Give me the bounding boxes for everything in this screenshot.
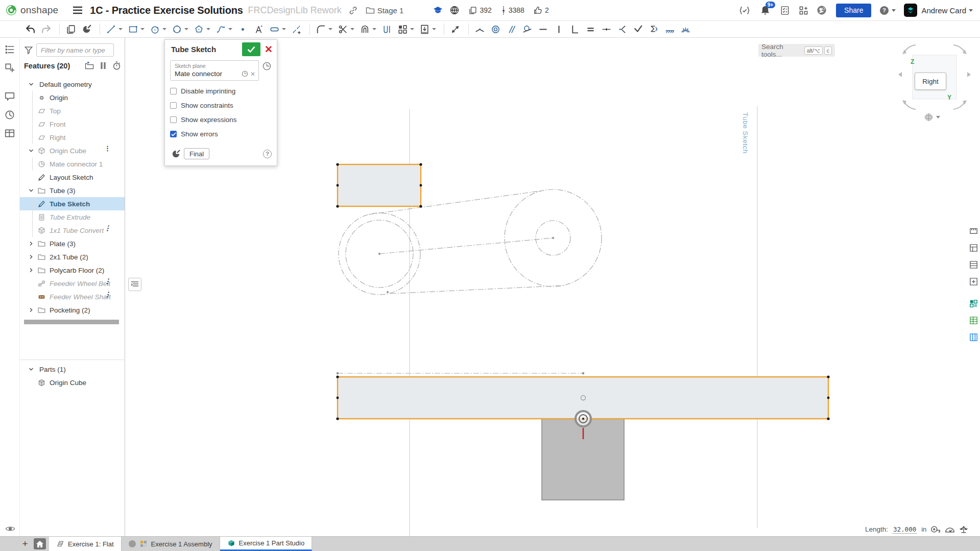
mate-connector-picker-icon[interactable] xyxy=(262,61,272,71)
curvature-tool[interactable] xyxy=(679,23,692,36)
tree-item-mate-connector-1[interactable]: Mate connector 1 xyxy=(20,157,125,171)
pierce-tool[interactable] xyxy=(647,23,661,36)
fix-tool[interactable] xyxy=(663,23,677,36)
clear-selection-icon[interactable]: ✕ xyxy=(250,70,255,78)
expander-open-icon[interactable] xyxy=(26,148,36,153)
line-dropdown-icon[interactable] xyxy=(118,28,123,30)
expander-open-icon[interactable] xyxy=(26,367,36,372)
tree-item-plate-3-[interactable]: Plate (3) xyxy=(20,237,125,250)
tree-item-tube-extrude[interactable]: Tube Extrude xyxy=(20,210,125,224)
panel-collapse-handle[interactable] xyxy=(128,278,141,291)
perpendicular-tool[interactable] xyxy=(568,23,582,36)
configurations-panel-icon[interactable] xyxy=(968,331,979,343)
tape-measure-icon[interactable] xyxy=(930,525,941,534)
tube-profile-small[interactable] xyxy=(338,164,421,206)
filter-funnel-icon[interactable] xyxy=(24,45,33,55)
link-icon[interactable] xyxy=(349,6,357,15)
fillet-tool[interactable] xyxy=(314,23,334,36)
variables-icon[interactable] xyxy=(4,128,15,139)
center-circle-tool[interactable] xyxy=(148,23,168,36)
redo-tool[interactable] xyxy=(39,23,53,36)
sketch-mode-tool[interactable] xyxy=(80,23,93,36)
learning-center-icon[interactable] xyxy=(817,5,827,15)
tree-item-origin[interactable]: Origin xyxy=(20,91,125,104)
public-globe-icon[interactable] xyxy=(450,6,459,15)
history-stopwatch-icon[interactable] xyxy=(112,61,121,70)
cancel-button[interactable]: ✕ xyxy=(265,44,273,54)
slot-dropdown-icon[interactable] xyxy=(282,28,286,30)
copies-icon[interactable] xyxy=(468,6,477,15)
offset-tool[interactable] xyxy=(358,23,378,36)
tree-item-pocketing-2-[interactable]: Pocketing (2) xyxy=(20,303,125,317)
corner-rectangle-dropdown-icon[interactable] xyxy=(140,28,145,30)
perimeter-circle-tool[interactable] xyxy=(170,23,190,36)
view-cube[interactable]: Z Y Right xyxy=(895,41,980,123)
final-button[interactable]: Final xyxy=(184,148,209,159)
section-view-panel-icon[interactable] xyxy=(968,242,979,254)
search-tools-input[interactable]: Search tools... alt/⌥ c xyxy=(758,44,835,57)
fillet-dropdown-icon[interactable] xyxy=(328,28,332,30)
offset-dropdown-icon[interactable] xyxy=(372,28,376,30)
spline-tool[interactable] xyxy=(214,23,234,36)
horizontal-tool[interactable] xyxy=(536,23,550,36)
notifications-bell-icon[interactable]: 9+ xyxy=(760,5,770,15)
onshape-logo[interactable]: onshape xyxy=(5,4,58,16)
tangent-tool[interactable] xyxy=(520,23,534,36)
comments-icon[interactable] xyxy=(4,91,15,102)
tree-item-tube-sketch[interactable]: Tube Sketch xyxy=(20,197,125,210)
construction-tool[interactable] xyxy=(290,23,303,36)
coincident-tool[interactable] xyxy=(473,23,487,36)
add-folder-icon[interactable] xyxy=(85,62,94,69)
filter-input[interactable] xyxy=(36,43,114,57)
tree-item-origin-cube[interactable]: Origin Cube⋮ xyxy=(20,144,125,157)
view-options-button[interactable] xyxy=(924,112,940,122)
bom-table-panel-icon[interactable] xyxy=(968,315,979,326)
dialog-help-icon[interactable]: ? xyxy=(263,150,272,158)
mate-connector-marker[interactable] xyxy=(576,411,591,426)
share-button[interactable]: Share xyxy=(836,4,871,17)
vertical-tool[interactable] xyxy=(552,23,566,36)
corner-rectangle-tool[interactable] xyxy=(126,23,146,36)
tree-item-feeeder-wheel-belt[interactable]: Feeeder Wheel Belt⋮ xyxy=(20,277,125,290)
tree-item-part-origin-cube[interactable]: Origin Cube xyxy=(20,376,86,389)
drag-handle-dots[interactable]: ⋮ xyxy=(104,226,107,230)
undo-tool[interactable] xyxy=(23,23,37,36)
rollback-bar[interactable] xyxy=(24,320,119,324)
suppress-pause-icon[interactable] xyxy=(100,62,106,69)
expander-open-icon[interactable] xyxy=(26,188,36,193)
checkbox-box[interactable] xyxy=(170,131,177,137)
checkbox-disable-imprinting[interactable]: Disable imprinting xyxy=(170,87,272,95)
midpoint-tool[interactable] xyxy=(600,23,613,36)
tree-item-layout-sketch[interactable]: Layout Sketch xyxy=(20,171,125,184)
tab-exercise-1-assembly[interactable]: Exercise 1 Assembly xyxy=(122,537,220,551)
tree-item-feeder-wheel-shaft[interactable]: Feeder Wheel Shaft⋮ xyxy=(20,290,125,303)
help-caret-icon[interactable] xyxy=(892,9,896,12)
thumbs-up-icon[interactable] xyxy=(534,6,542,15)
tree-item-front[interactable]: Front xyxy=(20,117,125,131)
expander-closed-icon[interactable] xyxy=(26,254,36,259)
line-tool[interactable] xyxy=(104,23,124,36)
tree-item-top[interactable]: Top xyxy=(20,104,125,117)
custom-table-panel-icon[interactable] xyxy=(968,298,979,309)
perimeter-circle-dropdown-icon[interactable] xyxy=(184,28,188,30)
concentric-tool[interactable] xyxy=(489,23,503,36)
tree-item-tube-3-[interactable]: Tube (3) xyxy=(20,184,125,197)
feature-list-icon[interactable] xyxy=(4,44,15,55)
protractor-icon[interactable] xyxy=(945,525,955,533)
checkbox-box[interactable] xyxy=(170,116,177,123)
sketch-state-icon[interactable] xyxy=(171,149,181,159)
fork-tree-icon[interactable] xyxy=(501,6,506,15)
release-tasks-icon[interactable] xyxy=(780,6,790,15)
drag-handle-dots[interactable]: ⋮ xyxy=(104,292,107,297)
add-tab-button[interactable]: + xyxy=(17,537,33,551)
parallel-tool[interactable] xyxy=(505,23,518,36)
polygon-tool[interactable] xyxy=(192,23,212,36)
trim-tool[interactable] xyxy=(336,23,356,36)
checkbox-box[interactable] xyxy=(170,88,177,94)
checkbox-show-errors[interactable]: Show errors xyxy=(170,130,272,138)
use-project-tool[interactable] xyxy=(380,23,394,36)
point-tool[interactable] xyxy=(236,23,250,36)
dimension-tool[interactable] xyxy=(448,23,462,36)
length-value[interactable]: 32.000 xyxy=(892,525,917,534)
normal-tool[interactable] xyxy=(615,23,629,36)
